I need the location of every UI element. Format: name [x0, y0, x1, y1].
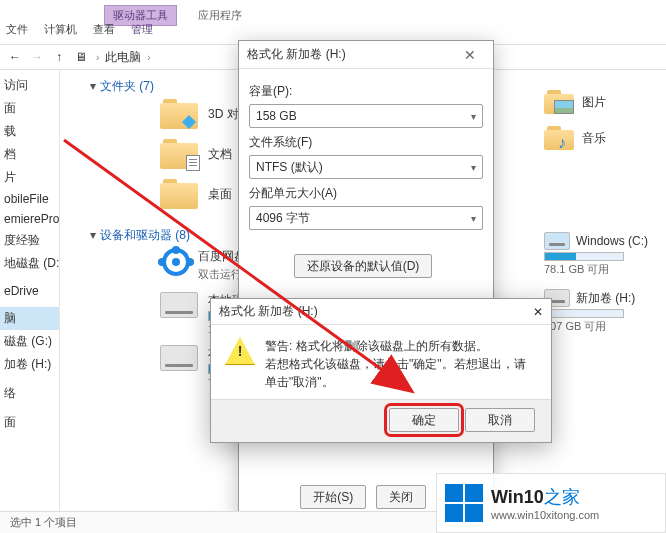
drive-capacity-bar — [544, 252, 624, 261]
sidebar-item[interactable]: 地磁盘 (D:) — [0, 252, 59, 275]
folder-label: 图片 — [582, 94, 606, 111]
breadcrumb-this-pc[interactable]: 此电脑 — [105, 49, 141, 66]
nav-up-icon[interactable]: ↑ — [50, 48, 68, 66]
chevron-icon[interactable]: › — [147, 52, 150, 63]
sidebar-item[interactable]: 度经验 — [0, 229, 59, 252]
drive-item-h[interactable]: 新加卷 (H:) 407 GB 可用 — [544, 289, 664, 334]
close-icon[interactable]: ✕ — [455, 45, 485, 65]
pc-icon: 🖥 — [72, 48, 90, 66]
ribbon-tab-computer[interactable]: 计算机 — [44, 22, 77, 37]
sidebar: 访问 面 载 档 片 obileFile emierePro 度经验 地磁盘 (… — [0, 70, 60, 533]
folder-label: 音乐 — [582, 130, 606, 147]
confirm-dialog-title: 格式化 新加卷 (H:) — [219, 303, 318, 320]
drive-name: 新加卷 (H:) — [576, 290, 635, 307]
status-text: 选中 1 个项目 — [10, 515, 77, 530]
drive-name: Windows (C:) — [576, 234, 648, 248]
drive-sub: 78.1 GB 可用 — [544, 262, 664, 277]
format-dialog-title: 格式化 新加卷 (H:) — [247, 46, 346, 63]
cancel-button[interactable]: 取消 — [465, 408, 535, 432]
watermark-title: Win10之家 — [491, 485, 599, 509]
sidebar-item[interactable]: emierePro — [0, 209, 59, 229]
folder-label: 桌面 — [208, 186, 232, 203]
sidebar-item[interactable]: eDrive — [0, 281, 59, 301]
sidebar-item[interactable]: 档 — [0, 143, 59, 166]
drive-icon — [160, 345, 198, 371]
filesystem-label: 文件系统(F) — [249, 134, 483, 151]
chevron-down-icon: ▾ — [471, 162, 476, 173]
drive-icon — [544, 232, 570, 250]
ok-button[interactable]: 确定 — [389, 408, 459, 432]
capacity-label: 容量(P): — [249, 83, 483, 100]
sidebar-item[interactable]: 面 — [0, 97, 59, 120]
folder-item-pictures[interactable]: 图片 — [544, 90, 664, 114]
drive-capacity-bar — [544, 309, 624, 318]
drive-item-c[interactable]: Windows (C:) 78.1 GB 可用 — [544, 232, 664, 277]
confirm-message-line2: 若想格式化该磁盘，请单击"确定"。若想退出，请单击"取消"。 — [265, 355, 537, 391]
sidebar-item-this-pc[interactable]: 脑 — [0, 307, 59, 330]
nav-fwd-icon[interactable]: → — [28, 48, 46, 66]
sidebar-item[interactable]: 加卷 (H:) — [0, 353, 59, 376]
baidu-icon — [160, 248, 198, 278]
sidebar-item[interactable]: 片 — [0, 166, 59, 189]
folder-label: 文档 — [208, 146, 232, 163]
sidebar-item[interactable]: 载 — [0, 120, 59, 143]
capacity-select[interactable]: 158 GB▾ — [249, 104, 483, 128]
chevron-down-icon: ▾ — [471, 213, 476, 224]
allocation-select[interactable]: 4096 字节▾ — [249, 206, 483, 230]
folder-icon — [544, 126, 574, 150]
folder-icon — [160, 139, 198, 169]
watermark: Win10之家 www.win10xitong.com — [436, 473, 666, 533]
chevron-icon[interactable]: › — [96, 52, 99, 63]
ribbon-tab-view[interactable]: 查看 — [93, 22, 115, 37]
sidebar-item[interactable]: 磁盘 (G:) — [0, 330, 59, 353]
chevron-down-icon: ▾ — [471, 111, 476, 122]
start-button[interactable]: 开始(S) — [300, 485, 366, 509]
restore-defaults-button[interactable]: 还原设备的默认值(D) — [294, 254, 433, 278]
filesystem-select[interactable]: NTFS (默认)▾ — [249, 155, 483, 179]
drive-icon — [160, 292, 198, 318]
nav-back-icon[interactable]: ← — [6, 48, 24, 66]
confirm-dialog: 格式化 新加卷 (H:) ✕ 警告: 格式化将删除该磁盘上的所有数据。 若想格式… — [210, 298, 552, 443]
sidebar-item[interactable]: 面 — [0, 411, 59, 434]
folder-icon — [160, 99, 198, 129]
folder-item-music[interactable]: 音乐 — [544, 126, 664, 150]
allocation-label: 分配单元大小(A) — [249, 185, 483, 202]
ribbon-tab-file[interactable]: 文件 — [6, 22, 28, 37]
folder-icon — [544, 90, 574, 114]
sidebar-item[interactable]: 络 — [0, 382, 59, 405]
close-button[interactable]: 关闭 — [376, 485, 426, 509]
ribbon-tab-manage[interactable]: 管理 — [131, 22, 153, 37]
sidebar-item[interactable]: 访问 — [0, 74, 59, 97]
folder-icon — [160, 179, 198, 209]
format-dialog: 格式化 新加卷 (H:) ✕ 容量(P): 158 GB▾ 文件系统(F) NT… — [238, 40, 494, 520]
warning-icon — [225, 337, 255, 365]
confirm-message-line1: 警告: 格式化将删除该磁盘上的所有数据。 — [265, 337, 537, 355]
close-icon[interactable]: ✕ — [533, 305, 543, 319]
windows-logo-icon — [445, 484, 483, 522]
watermark-url: www.win10xitong.com — [491, 509, 599, 521]
sidebar-item[interactable]: obileFile — [0, 189, 59, 209]
drive-sub: 407 GB 可用 — [544, 319, 664, 334]
